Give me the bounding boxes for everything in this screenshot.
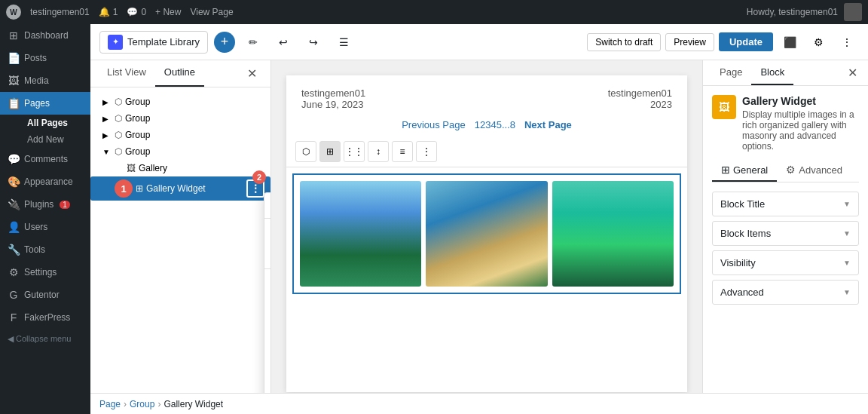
sidebar-item-posts[interactable]: 📄 Posts bbox=[0, 47, 90, 69]
ctx-paste-styles[interactable]: Paste styles bbox=[264, 244, 271, 265]
block-tool-4[interactable]: ↕ bbox=[368, 141, 389, 162]
group-icon4: ⬡ bbox=[115, 146, 122, 157]
admin-bar-right: Howdy, testingemen01 bbox=[747, 3, 862, 21]
new-item[interactable]: + New bbox=[155, 7, 181, 17]
template-library-button[interactable]: ✦ Template Library bbox=[99, 31, 208, 54]
collapse-menu[interactable]: ◀ Collapse menu bbox=[0, 329, 90, 349]
block-tool-3[interactable]: ⋮⋮ bbox=[344, 141, 365, 162]
site-name[interactable]: testingemen01 bbox=[30, 7, 90, 17]
block-tool-5[interactable]: ≡ bbox=[392, 141, 413, 162]
context-menu: Move to ▶ Copy styles Paste styles Lock … bbox=[264, 192, 271, 393]
right-panel-close-button[interactable]: ✕ bbox=[845, 63, 860, 83]
gallery-image-1 bbox=[300, 181, 421, 287]
gutentor-icon: G bbox=[8, 289, 20, 301]
sidebar-item-dashboard[interactable]: ⊞ Dashboard bbox=[0, 24, 90, 47]
view-page-item[interactable]: View Page bbox=[190, 7, 233, 17]
panel-section-header-visibility[interactable]: Visibility ▼ bbox=[713, 251, 858, 274]
tree-action-more[interactable]: ⋮ 2 bbox=[246, 179, 264, 198]
add-block-button[interactable]: + bbox=[214, 32, 235, 53]
bc-page[interactable]: Page bbox=[99, 399, 121, 409]
canvas-area[interactable]: testingemen01 June 19, 2023 testingemen0… bbox=[271, 60, 702, 393]
gallery-block bbox=[292, 173, 681, 294]
ctx-copy-styles[interactable]: Copy styles bbox=[264, 222, 271, 244]
tree-item-group2[interactable]: ▶ ⬡ Group bbox=[90, 110, 270, 127]
group-icon3: ⬡ bbox=[115, 130, 122, 140]
howdy-text: Howdy, testingemen01 bbox=[747, 7, 838, 17]
drag-tool-button[interactable]: ✏ bbox=[241, 30, 265, 54]
sidebar-item-comments[interactable]: 💬 Comments bbox=[0, 148, 90, 170]
ctx-create-reusable[interactable]: Create Reusable block ◆ bbox=[264, 360, 271, 382]
block-tool-2[interactable]: ⊞ bbox=[319, 141, 341, 162]
prev-page-link[interactable]: Previous Page bbox=[402, 119, 466, 130]
sidebar-item-gutentor[interactable]: G Gutentor bbox=[0, 284, 90, 306]
block-tool-6[interactable]: ⋮ bbox=[416, 141, 437, 162]
sidebar-subitem-add-new[interactable]: Add New bbox=[20, 131, 90, 148]
redo-button[interactable]: ↪ bbox=[301, 30, 326, 54]
dashboard-icon: ⊞ bbox=[8, 29, 20, 41]
switch-draft-button[interactable]: Switch to draft bbox=[587, 33, 661, 51]
sidebar-item-fakerpress[interactable]: F FakerPress bbox=[0, 306, 90, 329]
block-title: Gallery Widget bbox=[742, 95, 859, 107]
panel-section-advanced[interactable]: Advanced ▼ bbox=[712, 280, 859, 305]
panel-section-header-advanced[interactable]: Advanced ▼ bbox=[713, 281, 858, 304]
block-tool-1[interactable]: ⬡ bbox=[295, 141, 316, 162]
comments-item[interactable]: 💬 0 bbox=[127, 7, 146, 17]
step-badge-1: 1 bbox=[115, 179, 133, 198]
bc-gallery-widget[interactable]: Gallery Widget bbox=[164, 399, 223, 409]
tab-advanced[interactable]: ⚙ Advanced bbox=[777, 159, 851, 182]
tree-item-gallery-widget[interactable]: 1 ⊞ Gallery Widget ⋮ 2 bbox=[90, 176, 270, 201]
notifications-item[interactable]: 🔔 1 bbox=[99, 7, 118, 17]
sidebar: ⊞ Dashboard 📄 Posts 🖼 Media 📋 Pages All … bbox=[0, 24, 90, 414]
left-panel: List View Outline ✕ ▶ ⬡ Group bbox=[90, 60, 271, 393]
update-button[interactable]: Update bbox=[719, 32, 773, 51]
right-panel-secondary-tabs: ⊞ General ⚙ Advanced bbox=[712, 159, 859, 182]
ctx-lock[interactable]: Lock 🔒 bbox=[264, 272, 271, 294]
panel-section-block-items[interactable]: Block Items ▼ bbox=[712, 221, 859, 246]
ctx-group[interactable]: Group bbox=[264, 382, 271, 393]
sidebar-subitem-all-pages[interactable]: All Pages bbox=[20, 115, 90, 131]
tab-outline[interactable]: Outline bbox=[155, 60, 204, 87]
bc-group[interactable]: Group bbox=[130, 399, 154, 409]
chevron-down-icon: ▼ bbox=[102, 148, 115, 156]
sidebar-item-tools[interactable]: 🔧 Tools bbox=[0, 238, 90, 261]
tree-item-gallery[interactable]: 🖼 Gallery bbox=[90, 160, 270, 176]
panel-section-header-block-title[interactable]: Block Title ▼ bbox=[713, 192, 858, 216]
ctx-move-to[interactable]: Move to ▶ bbox=[264, 193, 271, 215]
tree-item-group1[interactable]: ▶ ⬡ Group bbox=[90, 94, 270, 110]
view-mode-button[interactable]: ⬛ bbox=[778, 30, 802, 54]
preview-button[interactable]: Preview bbox=[665, 33, 714, 51]
settings-toggle-button[interactable]: ⚙ bbox=[806, 30, 830, 54]
next-page-link[interactable]: Next Page bbox=[524, 119, 572, 130]
main-layout: ⊞ Dashboard 📄 Posts 🖼 Media 📋 Pages All … bbox=[0, 24, 868, 414]
more-dots-icon: ⋮ bbox=[250, 182, 261, 195]
ctx-export-block[interactable]: Export Block ⬆ bbox=[264, 294, 271, 316]
tree-item-group3[interactable]: ▶ ⬡ Group bbox=[90, 127, 270, 143]
sidebar-item-settings[interactable]: ⚙ Settings bbox=[0, 261, 90, 284]
tab-list-view[interactable]: List View bbox=[98, 60, 155, 87]
tree-container: ▶ ⬡ Group ▶ ⬡ Group ▶ ⬡ Group bbox=[90, 87, 270, 393]
sidebar-item-media[interactable]: 🖼 Media bbox=[0, 69, 90, 92]
page-numbers[interactable]: 12345...8 bbox=[475, 119, 515, 130]
left-panel-close-button[interactable]: ✕ bbox=[241, 60, 263, 87]
wp-logo-icon[interactable]: W bbox=[6, 5, 21, 20]
tab-general[interactable]: ⊞ General bbox=[712, 159, 777, 182]
panel-section-header-block-items[interactable]: Block Items ▼ bbox=[713, 222, 858, 245]
panel-section-visibility[interactable]: Visibility ▼ bbox=[712, 250, 859, 275]
undo-button[interactable]: ↩ bbox=[271, 30, 295, 54]
ctx-paste-styles2[interactable]: Paste Styles 📋 bbox=[264, 338, 271, 360]
plugins-icon: 🔌 bbox=[8, 198, 20, 210]
more-options-button[interactable]: ⋮ bbox=[835, 30, 859, 54]
sidebar-item-users[interactable]: 👤 Users bbox=[0, 216, 90, 238]
ctx-copy-styles2[interactable]: Copy Styles 📋 bbox=[264, 316, 271, 338]
tree-item-group4[interactable]: ▼ ⬡ Group bbox=[90, 143, 270, 160]
bc-sep1: › bbox=[124, 399, 127, 409]
admin-bar: W testingemen01 🔔 1 💬 0 + New View Page … bbox=[0, 0, 868, 24]
sidebar-item-appearance[interactable]: 🎨 Appearance bbox=[0, 170, 90, 193]
panel-section-block-title[interactable]: Block Title ▼ bbox=[712, 192, 859, 216]
sidebar-item-plugins[interactable]: 🔌 Plugins 1 bbox=[0, 193, 90, 216]
tab-page[interactable]: Page bbox=[711, 60, 751, 85]
tab-block[interactable]: Block bbox=[751, 60, 793, 85]
block-info: 🖼 Gallery Widget Display multiple images… bbox=[712, 95, 859, 152]
sidebar-item-pages[interactable]: 📋 Pages bbox=[0, 92, 90, 115]
list-view-button[interactable]: ☰ bbox=[332, 30, 356, 54]
